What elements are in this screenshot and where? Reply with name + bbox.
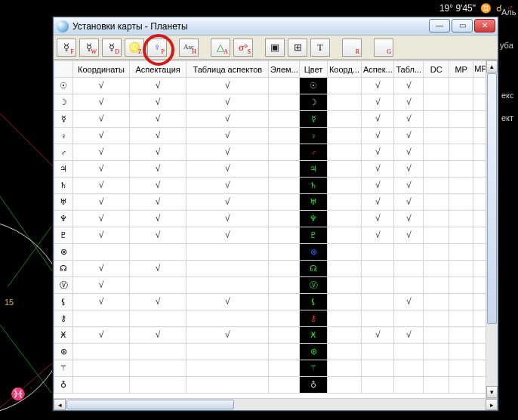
- cell-mp[interactable]: [449, 194, 473, 211]
- cell-mp[interactable]: [449, 244, 473, 261]
- row-header-glyph[interactable]: Ⓥ: [54, 277, 73, 294]
- col-elem[interactable]: Элем...: [269, 61, 300, 78]
- cell-dc[interactable]: [424, 294, 449, 310]
- col-dc[interactable]: DC: [424, 61, 449, 78]
- cell-dc[interactable]: [424, 78, 449, 94]
- cell-coord2[interactable]: [327, 161, 362, 178]
- cell-asp2[interactable]: [362, 377, 394, 394]
- cell-asp[interactable]: √: [130, 128, 187, 144]
- table-row[interactable]: ⚸√√√⚸√: [54, 294, 498, 310]
- cell-coord[interactable]: √: [73, 277, 130, 294]
- cell-mp[interactable]: [449, 277, 473, 294]
- cell-coord[interactable]: √: [73, 294, 130, 310]
- col-coord2[interactable]: Коорд...: [327, 61, 362, 78]
- color-swatch[interactable]: ♃: [300, 161, 327, 178]
- cell-coord[interactable]: [73, 310, 130, 327]
- minimize-button[interactable]: —: [429, 19, 450, 32]
- col-tab[interactable]: Таблица аспектов: [187, 61, 269, 78]
- cell-asp2[interactable]: √: [362, 111, 394, 128]
- cell-coord2[interactable]: [327, 128, 362, 144]
- cell-coord2[interactable]: [327, 227, 362, 244]
- cell-tab[interactable]: √: [187, 161, 269, 178]
- cell-tab2[interactable]: √: [394, 194, 424, 211]
- color-swatch[interactable]: ⊗: [300, 244, 327, 261]
- planet-grid[interactable]: КоординатыАспектацияТаблица аспектовЭлем…: [54, 60, 498, 394]
- cell-elem[interactable]: [269, 227, 300, 244]
- table-row[interactable]: ♅√√√♅√√: [54, 194, 498, 211]
- row-header-glyph[interactable]: ♆: [54, 211, 73, 227]
- cell-asp2[interactable]: √: [362, 227, 394, 244]
- cell-mp[interactable]: [449, 111, 473, 128]
- toolbar-w[interactable]: ☿W: [79, 39, 99, 57]
- row-header-glyph[interactable]: ♂: [54, 144, 73, 161]
- color-swatch[interactable]: ♁: [300, 377, 327, 394]
- cell-coord2[interactable]: [327, 310, 362, 327]
- cell-asp2[interactable]: [362, 261, 394, 277]
- cell-asp2[interactable]: [362, 294, 394, 310]
- cell-asp[interactable]: √: [130, 78, 187, 94]
- toolbar-r[interactable]: R: [342, 39, 362, 57]
- col-asp2[interactable]: Аспек...: [362, 61, 394, 78]
- cell-elem[interactable]: [269, 377, 300, 394]
- cell-asp[interactable]: √: [130, 144, 187, 161]
- cell-elem[interactable]: [269, 178, 300, 194]
- cell-tab[interactable]: √: [187, 327, 269, 344]
- color-swatch[interactable]: ⚷: [300, 310, 327, 327]
- cell-asp2[interactable]: [362, 360, 394, 377]
- cell-asp2[interactable]: √: [362, 128, 394, 144]
- cell-mp[interactable]: [449, 377, 473, 394]
- toolbar-t[interactable]: T: [310, 39, 330, 57]
- cell-mp[interactable]: [449, 327, 473, 344]
- cell-tab2[interactable]: √: [394, 94, 424, 111]
- row-header-glyph[interactable]: Ӿ: [54, 327, 73, 344]
- cell-coord2[interactable]: [327, 244, 362, 261]
- row-header-glyph[interactable]: ☽: [54, 94, 73, 111]
- col-tab2[interactable]: Табл...: [394, 61, 424, 78]
- cell-tab2[interactable]: √: [394, 128, 424, 144]
- row-header-glyph[interactable]: ♃: [54, 161, 73, 178]
- cell-elem[interactable]: [269, 360, 300, 377]
- cell-asp[interactable]: √: [130, 111, 187, 128]
- cell-tab2[interactable]: √: [394, 227, 424, 244]
- cell-coord[interactable]: [73, 377, 130, 394]
- cell-dc[interactable]: [424, 244, 449, 261]
- cell-elem[interactable]: [269, 211, 300, 227]
- row-header-glyph[interactable]: ⊛: [54, 344, 73, 360]
- cell-coord2[interactable]: [327, 277, 362, 294]
- cell-elem[interactable]: [269, 161, 300, 178]
- cell-coord[interactable]: √: [73, 144, 130, 161]
- cell-asp[interactable]: √: [130, 261, 187, 277]
- cell-coord[interactable]: √: [73, 178, 130, 194]
- cell-coord[interactable]: √: [73, 327, 130, 344]
- vertical-scrollbar[interactable]: ▴ ▾: [486, 60, 498, 398]
- cell-tab[interactable]: [187, 310, 269, 327]
- scroll-left-icon[interactable]: ◂: [54, 399, 66, 410]
- color-swatch[interactable]: ♇: [300, 227, 327, 244]
- col-color[interactable]: Цвет: [300, 61, 327, 78]
- cell-tab[interactable]: [187, 244, 269, 261]
- cell-coord2[interactable]: [327, 78, 362, 94]
- cell-elem[interactable]: [269, 277, 300, 294]
- cell-coord[interactable]: √: [73, 111, 130, 128]
- cell-elem[interactable]: [269, 244, 300, 261]
- cell-tab2[interactable]: [394, 360, 424, 377]
- cell-coord[interactable]: √: [73, 128, 130, 144]
- cell-tab2[interactable]: [394, 277, 424, 294]
- table-row[interactable]: ♄√√√♄√√: [54, 178, 498, 194]
- toolbar-sq2[interactable]: ⊞: [288, 39, 307, 57]
- row-header-glyph[interactable]: ♄: [54, 178, 73, 194]
- color-swatch[interactable]: ☿: [300, 111, 327, 128]
- table-row[interactable]: ⚚⚚: [54, 360, 498, 377]
- table-row[interactable]: Ⓥ√Ⓥ: [54, 277, 498, 294]
- cell-coord[interactable]: √: [73, 194, 130, 211]
- cell-mp[interactable]: [449, 310, 473, 327]
- cell-asp[interactable]: √: [130, 227, 187, 244]
- cell-elem[interactable]: [269, 111, 300, 128]
- cell-asp[interactable]: [130, 377, 187, 394]
- cell-dc[interactable]: [424, 161, 449, 178]
- row-header-glyph[interactable]: ♅: [54, 194, 73, 211]
- row-header-glyph[interactable]: ⚷: [54, 310, 73, 327]
- cell-asp[interactable]: √: [130, 161, 187, 178]
- cell-tab[interactable]: [187, 277, 269, 294]
- color-swatch[interactable]: ☊: [300, 261, 327, 277]
